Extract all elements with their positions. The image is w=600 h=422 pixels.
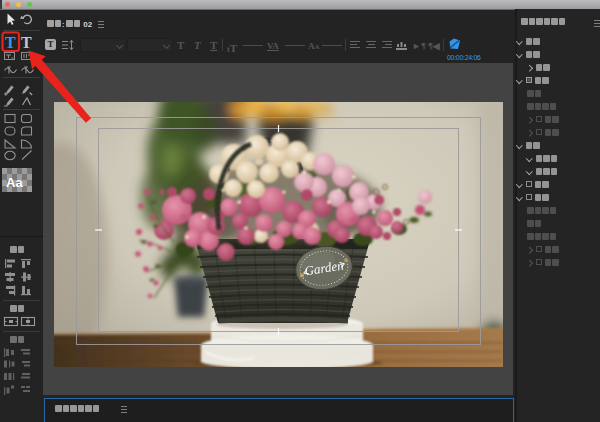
svg-text:Aa: Aa: [6, 175, 23, 190]
